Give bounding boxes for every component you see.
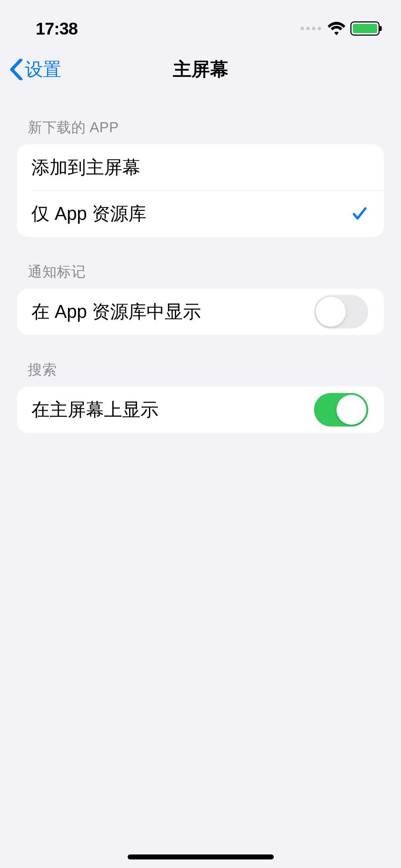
section-header-badges: 通知标记 [17,237,384,289]
cellular-dots-icon [300,27,321,30]
row-label: 在主屏幕上显示 [31,398,159,422]
section-header-search: 搜索 [17,335,384,387]
row-label: 在 App 资源库中显示 [31,300,201,324]
row-show-on-home: 在主屏幕上显示 [17,387,384,433]
battery-icon [350,21,380,36]
status-right [300,21,380,36]
group-new-apps: 添加到主屏幕 仅 App 资源库 [17,144,384,237]
toggle-show-on-home[interactable] [314,393,368,427]
group-search: 在主屏幕上显示 [17,387,384,433]
navbar: 设置 主屏幕 [0,46,401,93]
option-label: 仅 App 资源库 [31,202,146,226]
toggle-knob [336,395,366,425]
status-bar: 17:38 [0,0,401,46]
home-indicator[interactable] [128,854,274,859]
toggle-show-in-library[interactable] [314,295,368,329]
option-add-to-home[interactable]: 添加到主屏幕 [17,144,384,191]
page-title: 主屏幕 [173,57,228,82]
back-label: 设置 [25,57,61,82]
option-label: 添加到主屏幕 [31,155,140,180]
toggle-knob [316,297,346,327]
back-button[interactable]: 设置 [9,57,61,82]
row-show-in-library: 在 App 资源库中显示 [17,289,384,335]
wifi-icon [328,22,345,35]
chevron-left-icon [9,59,23,80]
option-app-library-only[interactable]: 仅 App 资源库 [17,191,384,237]
group-badges: 在 App 资源库中显示 [17,289,384,335]
status-time: 17:38 [36,19,78,38]
checkmark-icon [351,205,368,222]
section-header-new-apps: 新下载的 APP [17,93,384,144]
